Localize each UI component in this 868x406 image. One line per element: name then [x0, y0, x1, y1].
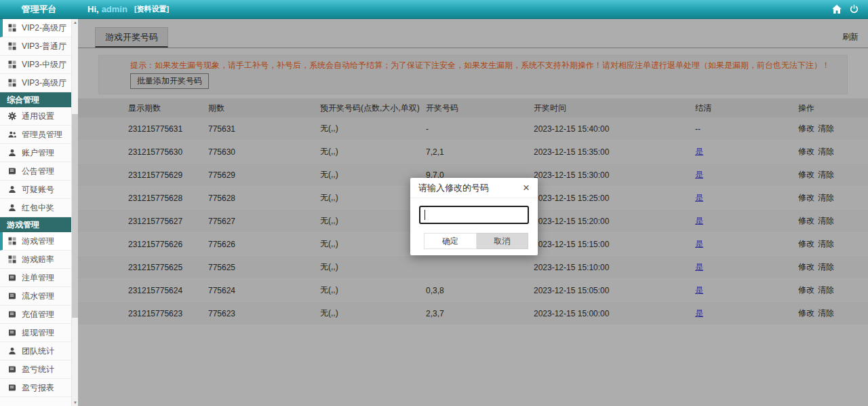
- sidebar-item-label: VIP2-高级厅: [22, 22, 66, 34]
- brand-title: 管理平台: [0, 3, 78, 16]
- ok-button[interactable]: 确定: [424, 233, 477, 249]
- sidebar-item[interactable]: 提现管理: [0, 324, 78, 342]
- sidebar-item-label: 公告管理: [22, 166, 54, 177]
- grid-icon: [8, 237, 17, 245]
- sidebar-item-label: 通用设置: [22, 111, 54, 122]
- book-icon: [8, 384, 17, 392]
- sidebar-item[interactable]: 公告管理: [0, 162, 78, 181]
- sidebar-item[interactable]: VIP3-普通厅: [0, 37, 78, 56]
- sidebar-item[interactable]: 红包中奖: [0, 199, 78, 217]
- greeting-prefix: Hi,: [87, 4, 99, 14]
- sidebar-item[interactable]: 流水管理: [0, 287, 78, 306]
- grid-icon: [8, 79, 17, 87]
- book-icon: [8, 365, 17, 373]
- grid-icon: [8, 60, 17, 69]
- sidebar-item[interactable]: 游戏管理: [0, 232, 78, 251]
- sidebar-item-label: 盈亏报表: [22, 382, 54, 394]
- power-icon[interactable]: [850, 5, 859, 14]
- grid-icon: [8, 255, 17, 263]
- sidebar-item-label: VIP3-普通厅: [22, 41, 66, 52]
- top-bar: 管理平台 Hi, admin [资料设置]: [0, 0, 868, 19]
- sidebar-section-header: 游戏管理: [0, 217, 78, 232]
- content-area: 游戏开奖号码 刷新 提示：如果发生漏号现象，请手工补号，补号后，系统会自动给予结…: [78, 19, 868, 406]
- sidebar-item-label: 充值管理: [22, 309, 54, 320]
- sidebar-item-label: 提现管理: [22, 327, 54, 339]
- sidebar-section-header: 综合管理: [0, 92, 78, 107]
- sidebar-item[interactable]: 管理员管理: [0, 126, 78, 144]
- book-icon: [8, 292, 17, 300]
- edit-number-modal: 请输入修改的号码 × 确定 取消: [410, 178, 538, 255]
- sidebar-item-label: 游戏管理: [22, 236, 54, 247]
- users-icon: [8, 130, 17, 139]
- sidebar-scrollbar[interactable]: ▲ ▼: [71, 19, 78, 406]
- sidebar-item-label: VIP3-高级厅: [22, 77, 66, 89]
- grid-icon: [8, 42, 17, 50]
- sidebar-item[interactable]: 通用设置: [0, 107, 78, 126]
- scroll-down-arrow[interactable]: ▼: [72, 399, 78, 406]
- profile-settings-link[interactable]: [资料设置]: [134, 4, 169, 14]
- sidebar-item-label: 团队统计: [22, 346, 54, 357]
- book-icon: [8, 167, 17, 175]
- scroll-up-arrow[interactable]: ▲: [72, 19, 78, 26]
- user-icon: [8, 204, 17, 212]
- sidebar-item[interactable]: VIP3-高级厅: [0, 74, 78, 92]
- modal-header: 请输入修改的号码 ×: [410, 178, 538, 198]
- cancel-button[interactable]: 取消: [477, 233, 529, 249]
- scrollbar-thumb[interactable]: [72, 114, 78, 318]
- sidebar-item[interactable]: 团队统计: [0, 342, 78, 361]
- sidebar-item[interactable]: 盈亏报表: [0, 379, 78, 397]
- user-icon: [8, 185, 17, 193]
- gear-icon: [8, 112, 17, 120]
- sidebar-item-label: 账户管理: [22, 147, 54, 159]
- grid-icon: [8, 24, 17, 32]
- home-icon[interactable]: [832, 5, 842, 14]
- user-icon: [8, 347, 17, 355]
- sidebar-item[interactable]: 游戏赔率: [0, 251, 78, 269]
- sidebar-item[interactable]: 注单管理: [0, 269, 78, 287]
- sidebar-item-label: 管理员管理: [22, 129, 62, 141]
- sidebar-item[interactable]: 账户管理: [0, 144, 78, 162]
- sidebar-item-label: 盈亏统计: [22, 364, 54, 375]
- sidebar-item-label: 红包中奖: [22, 202, 54, 214]
- book-icon: [8, 310, 17, 318]
- modal-title: 请输入修改的号码: [418, 182, 523, 194]
- close-icon[interactable]: ×: [523, 182, 530, 193]
- user-icon: [8, 149, 17, 157]
- sidebar-item-label: 游戏赔率: [22, 254, 54, 265]
- username: admin: [102, 4, 127, 14]
- book-icon: [8, 329, 17, 337]
- text-cursor: [425, 210, 425, 220]
- sidebar-item-label: VIP3-中级厅: [22, 59, 66, 71]
- sidebar-item[interactable]: 盈亏统计: [0, 361, 78, 379]
- sidebar-item-label: 流水管理: [22, 291, 54, 302]
- number-input[interactable]: [419, 206, 529, 224]
- sidebar-item-label: 注单管理: [22, 272, 54, 284]
- sidebar-item-label: 可疑账号: [22, 184, 54, 196]
- sidebar-item[interactable]: VIP3-中级厅: [0, 56, 78, 74]
- book-icon: [8, 274, 17, 282]
- sidebar-item[interactable]: 充值管理: [0, 306, 78, 324]
- greeting: Hi, admin [资料设置]: [87, 4, 169, 14]
- sidebar-item[interactable]: 可疑账号: [0, 181, 78, 199]
- sidebar: VIP2-高级厅VIP3-普通厅VIP3-中级厅VIP3-高级厅综合管理通用设置…: [0, 19, 78, 406]
- sidebar-item[interactable]: VIP2-高级厅: [0, 19, 78, 37]
